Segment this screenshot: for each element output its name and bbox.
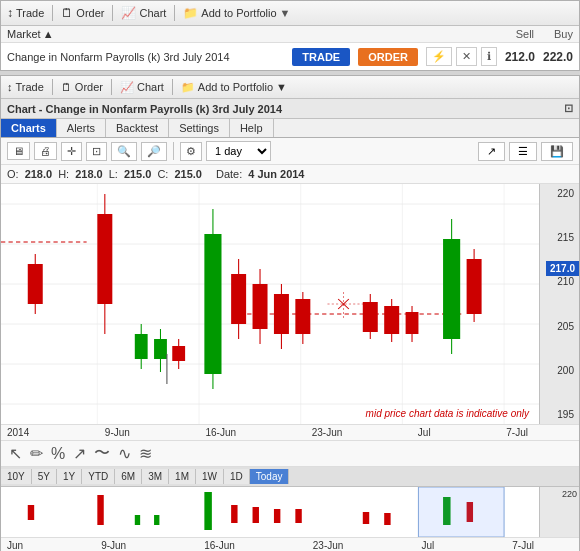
calendar-icon-btn[interactable]: ✕ (456, 47, 477, 66)
period-selector[interactable]: 1 day 1 hour 4 hour 1 week (206, 141, 271, 161)
date-value: 4 Jun 2014 (248, 168, 304, 180)
market-selector[interactable]: Market ▲ (7, 28, 54, 40)
y-label-205: 205 (542, 321, 577, 332)
mini-y-axis: 220 (539, 487, 579, 537)
x-label-23jun: 23-Jun (312, 427, 343, 438)
time-btn-6m[interactable]: 6M (115, 469, 142, 484)
top-panel: ↕ Trade 🗒 Order 📈 Chart 📁 Add to Portfol… (0, 0, 580, 71)
trade-action-button[interactable]: TRADE (292, 48, 350, 66)
mini-chart-svg (1, 487, 579, 537)
svg-rect-47 (363, 302, 378, 332)
indicator-toolbar: ↖ ✏ % ↗ 〜 ∿ ≋ (1, 441, 579, 467)
order-button[interactable]: 🗒 Order (61, 6, 104, 20)
ind-btn-3[interactable]: % (49, 445, 67, 463)
time-btn-ytd[interactable]: YTD (82, 469, 115, 484)
draw-bar-btn[interactable]: ☰ (509, 142, 537, 161)
settings-icon-btn[interactable]: ⚙ (180, 142, 202, 161)
y-label-210: 210 (542, 276, 577, 287)
chart-title-bar: Chart - Change in Nonfarm Payrolls (k) 3… (1, 99, 579, 119)
trade-button[interactable]: ↕ Trade (7, 6, 44, 20)
csep2 (111, 79, 112, 95)
tab-backtest[interactable]: Backtest (106, 119, 169, 137)
svg-rect-72 (295, 509, 301, 523)
dropdown-arrow: ▼ (280, 7, 291, 19)
ind-btn-6[interactable]: ∿ (116, 444, 133, 463)
ind-btn-4[interactable]: ↗ (71, 444, 88, 463)
mini-y-220: 220 (542, 489, 577, 499)
zoom-out-icon-btn[interactable]: 🔍 (111, 142, 137, 161)
order-action-button[interactable]: ORDER (358, 48, 418, 66)
ind-btn-1[interactable]: ↖ (7, 444, 24, 463)
svg-rect-64 (28, 505, 34, 520)
time-btn-1m[interactable]: 1M (169, 469, 196, 484)
instrument-row: Change in Nonfarm Payrolls (k) 3rd July … (1, 42, 579, 70)
zoom-in-icon-btn[interactable]: 🔎 (141, 142, 167, 161)
svg-rect-73 (363, 512, 369, 524)
svg-rect-69 (231, 505, 237, 523)
instrument-name: Change in Nonfarm Payrolls (k) 3rd July … (7, 51, 284, 63)
info-icon-btn[interactable]: ℹ (481, 47, 497, 66)
chart-portfolio-button[interactable]: 📁 Add to Portfolio ▼ (181, 81, 287, 94)
chart-controls: 🖥 🖨 ✛ ⊡ 🔍 🔎 ⚙ 1 day 1 hour 4 hour 1 week… (1, 138, 579, 165)
mini-x-axis: Jun 9-Jun 16-Jun 23-Jun Jul 7-Jul (1, 537, 579, 551)
expand-icon[interactable]: ⊡ (564, 102, 573, 115)
tab-alerts[interactable]: Alerts (57, 119, 106, 137)
sell-buy-labels: Sell Buy (516, 28, 573, 40)
time-btn-3m[interactable]: 3M (142, 469, 169, 484)
save-btn[interactable]: 💾 (541, 142, 573, 161)
tab-help[interactable]: Help (230, 119, 274, 137)
x-label-jul: Jul (418, 427, 431, 438)
svg-rect-40 (295, 299, 310, 334)
ind-btn-2[interactable]: ✏ (28, 444, 45, 463)
csep3 (172, 79, 173, 95)
svg-rect-70 (253, 507, 259, 523)
svg-rect-16 (97, 214, 112, 304)
ind-btn-5[interactable]: 〜 (92, 443, 112, 464)
svg-rect-50 (384, 306, 399, 334)
svg-rect-13 (28, 264, 43, 304)
chart-area[interactable]: 220 215 210 205 200 195 217.0 mid price … (1, 184, 579, 424)
chart-trade-button[interactable]: ↕ Trade (7, 81, 44, 93)
time-btn-1w[interactable]: 1W (196, 469, 224, 484)
svg-rect-34 (253, 284, 268, 329)
chart-button[interactable]: 📈 Chart (121, 6, 166, 20)
svg-rect-53 (406, 312, 419, 334)
csep1 (52, 79, 53, 95)
tab-settings[interactable]: Settings (169, 119, 230, 137)
filter-icon-btn[interactable]: ⚡ (426, 47, 452, 66)
svg-rect-37 (274, 294, 289, 334)
chart-icon: 📈 (121, 6, 136, 20)
time-btn-1y[interactable]: 1Y (57, 469, 82, 484)
low-value: 215.0 (124, 168, 152, 180)
time-btn-10y[interactable]: 10Y (1, 469, 32, 484)
y-axis: 220 215 210 205 200 195 (539, 184, 579, 424)
time-btn-1d[interactable]: 1D (224, 469, 250, 484)
trade-icon: ↕ (7, 6, 13, 20)
tab-charts[interactable]: Charts (1, 119, 57, 137)
chart-tabs: Charts Alerts Backtest Settings Help (1, 119, 579, 138)
draw-tool-btn[interactable]: ↗ (478, 142, 505, 161)
time-btn-5y[interactable]: 5Y (32, 469, 57, 484)
chart-order-button[interactable]: 🗒 Order (61, 81, 103, 93)
mini-chart[interactable]: 220 (1, 487, 579, 537)
print-icon-btn[interactable]: 🖨 (34, 142, 57, 160)
x-labels: 2014 9-Jun 16-Jun 23-Jun Jul 7-Jul (7, 427, 573, 438)
chart-toolbar: ↕ Trade 🗒 Order 📈 Chart 📁 Add to Portfol… (1, 76, 579, 99)
chart-svg (1, 184, 579, 424)
mini-x-23jun: 23-Jun (313, 540, 344, 551)
crosshair-icon-btn[interactable]: ✛ (61, 142, 82, 161)
chart-chart-button[interactable]: 📈 Chart (120, 81, 164, 94)
icon-buttons: ⚡ ✕ ℹ (426, 47, 497, 66)
select-icon-btn[interactable]: ⊡ (86, 142, 107, 161)
ind-btn-7[interactable]: ≋ (137, 444, 154, 463)
mini-x-jul: Jul (421, 540, 434, 551)
top-toolbar: ↕ Trade 🗒 Order 📈 Chart 📁 Add to Portfol… (1, 1, 579, 26)
time-btn-today[interactable]: Today (250, 469, 290, 484)
x-label-16jun: 16-Jun (205, 427, 236, 438)
svg-rect-74 (384, 513, 390, 525)
add-portfolio-button[interactable]: 📁 Add to Portfolio ▼ (183, 6, 290, 20)
monitor-icon-btn[interactable]: 🖥 (7, 142, 30, 160)
current-price-badge: 217.0 (546, 261, 579, 276)
chart-title: Chart - Change in Nonfarm Payrolls (k) 3… (7, 103, 282, 115)
svg-rect-25 (172, 346, 185, 361)
